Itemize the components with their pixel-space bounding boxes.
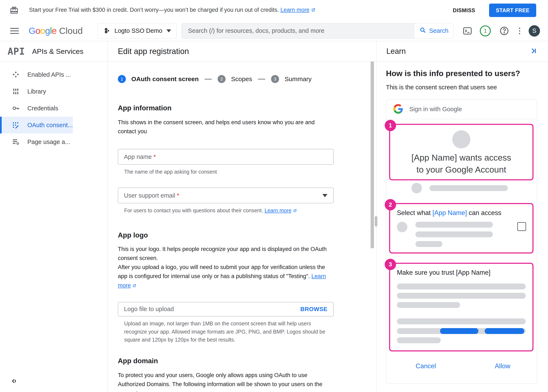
- start-free-button[interactable]: START FREE: [489, 4, 536, 17]
- account-avatar[interactable]: S: [529, 25, 540, 37]
- scrollbar-thumb[interactable]: [371, 62, 374, 248]
- logo-upload-helper: Upload an image, not larger than 1MB on …: [124, 320, 329, 344]
- app-information-heading: App information: [118, 104, 334, 112]
- sign-in-with-google-label: Sign in with Google: [409, 106, 462, 113]
- project-name: Logto SSO Demo: [115, 27, 162, 34]
- annotation-box-3: 3 Make sure you trust [App Name]: [389, 263, 534, 351]
- collapse-sidebar-icon[interactable]: [10, 378, 17, 385]
- hamburger-menu-icon[interactable]: [10, 26, 19, 35]
- top-navigation-bar: Google Cloud Logto SSO Demo Search 1 S: [0, 21, 548, 41]
- sidebar-item-oauth-consent[interactable]: OAuth consent...: [0, 117, 73, 133]
- scope-text-placeholder: [415, 241, 442, 247]
- oauth-consent-icon: [11, 121, 21, 129]
- annotation-box-2: 2 Select what [App Name] can access: [389, 203, 534, 253]
- logo-upload-label: Logo file to upload: [124, 306, 174, 313]
- account-avatar-placeholder: [411, 183, 422, 193]
- sidebar: API APIs & Services Enabled APIs ... Lib…: [0, 41, 108, 392]
- annotation-box-1: 1 [App Name] wants access to your Google…: [389, 124, 534, 180]
- sidebar-item-library[interactable]: Library: [0, 83, 73, 100]
- sidebar-title: APIs & Services: [32, 47, 83, 56]
- app-name-field[interactable]: App name *: [118, 149, 333, 165]
- app-domain-description: To protect you and your users, Google on…: [118, 371, 332, 392]
- learn-panel: Learn How is this info presented to user…: [377, 41, 548, 392]
- chevron-down-icon: [166, 29, 171, 32]
- text-placeholder: [397, 337, 441, 343]
- required-asterisk: *: [153, 154, 156, 160]
- sidebar-item-credentials[interactable]: Credentials: [0, 100, 73, 117]
- app-name-label: App name: [124, 154, 152, 160]
- page-title: Edit app registration: [108, 41, 376, 62]
- user-support-email-field[interactable]: User support email *: [118, 188, 333, 203]
- link-placeholder: [440, 328, 478, 334]
- search-icon: [419, 27, 426, 35]
- text-placeholder: [397, 302, 460, 308]
- sidebar-item-label: Enabled APIs ...: [27, 71, 71, 78]
- sidebar-item-label: Page usage a...: [27, 139, 70, 146]
- step-label: Scopes: [231, 76, 252, 83]
- logo-upload-field[interactable]: Logo file to upload BROWSE: [118, 302, 333, 316]
- external-link-icon: [293, 207, 297, 215]
- sidebar-nav: Enabled APIs ... Library Credentials OAu…: [0, 62, 73, 150]
- app-name-helper: The name of the app asking for consent: [124, 168, 329, 176]
- main-panel: Edit app registration 1 OAuth consent sc…: [108, 41, 377, 392]
- enabled-apis-icon: [11, 71, 21, 79]
- text-placeholder: [397, 293, 526, 299]
- browse-button[interactable]: BROWSE: [300, 306, 327, 313]
- learn-content: How is this info presented to users? Thi…: [377, 62, 548, 392]
- support-email-learn-more-link[interactable]: Learn more: [265, 207, 291, 213]
- link-row-placeholder: [397, 328, 526, 334]
- support-email-label: User support email: [124, 192, 175, 199]
- learn-title: Learn: [386, 47, 406, 56]
- step-label: OAuth consent screen: [131, 76, 199, 83]
- learn-subheading: This is the consent screen that users se…: [386, 84, 538, 91]
- annotation-badge-2: 2: [385, 199, 396, 210]
- dropdown-arrow-icon: [322, 194, 327, 197]
- step-scopes[interactable]: 2 Scopes: [218, 75, 252, 83]
- external-link-icon: [311, 7, 316, 14]
- consent-screen-preview: Sign in with Google 1 [App Name] wants a…: [386, 99, 537, 384]
- notifications-badge[interactable]: 1: [480, 25, 491, 36]
- scope-text-placeholder: [415, 222, 493, 228]
- learn-panel-header: Learn: [377, 41, 548, 62]
- help-icon[interactable]: [499, 26, 509, 36]
- banner-learn-more-link[interactable]: Learn more: [281, 7, 310, 13]
- learn-heading: How is this info presented to users?: [386, 69, 538, 78]
- google-cloud-logo: Google Cloud: [29, 26, 83, 36]
- free-trial-banner: Start your Free Trial with $300 in credi…: [0, 0, 548, 21]
- key-icon: [11, 104, 21, 112]
- scope-row-placeholder: [397, 222, 533, 247]
- api-product-logo: API: [7, 46, 25, 57]
- sidebar-item-label: Library: [27, 88, 46, 95]
- project-hexagons-icon: [103, 27, 110, 35]
- sidebar-item-page-usage[interactable]: Page usage a...: [0, 133, 73, 150]
- sidebar-item-enabled-apis[interactable]: Enabled APIs ...: [0, 66, 73, 83]
- account-email-placeholder: [430, 185, 508, 191]
- annotation-badge-1: 1: [385, 120, 396, 131]
- dismiss-button[interactable]: DISMISS: [453, 7, 475, 14]
- app-logo-placeholder: [452, 130, 470, 148]
- step-number: 2: [218, 75, 226, 83]
- step-connector: [258, 79, 265, 79]
- support-email-helper: For users to contact you with questions …: [124, 206, 329, 215]
- scope-icon-placeholder: [397, 222, 407, 232]
- account-chip-placeholder: [411, 183, 537, 193]
- more-options-icon[interactable]: [519, 26, 520, 36]
- app-logo-description-2: After you upload a logo, you will need t…: [118, 263, 332, 291]
- link-placeholder: [485, 328, 524, 334]
- search-button[interactable]: Search: [414, 23, 454, 38]
- project-selector[interactable]: Logto SSO Demo: [97, 23, 177, 39]
- cloud-shell-icon[interactable]: [462, 26, 472, 36]
- step-summary[interactable]: 3 Summary: [271, 75, 311, 83]
- allow-button-preview: Allow: [495, 362, 510, 370]
- step-connector: [205, 79, 212, 79]
- scopes-section-title: Select what [App Name] can access: [397, 209, 533, 217]
- annotation-badge-3: 3: [385, 259, 396, 270]
- cancel-button-preview: Cancel: [416, 362, 436, 370]
- step-oauth-consent-screen[interactable]: 1 OAuth consent screen: [118, 75, 199, 83]
- collapse-panel-icon[interactable]: [529, 47, 537, 56]
- search-bar: Search: [181, 23, 454, 39]
- sidebar-item-label: OAuth consent...: [27, 122, 73, 129]
- panel-resize-handle[interactable]: [375, 216, 377, 227]
- app-domain-heading: App domain: [118, 357, 334, 365]
- search-input[interactable]: [182, 23, 414, 38]
